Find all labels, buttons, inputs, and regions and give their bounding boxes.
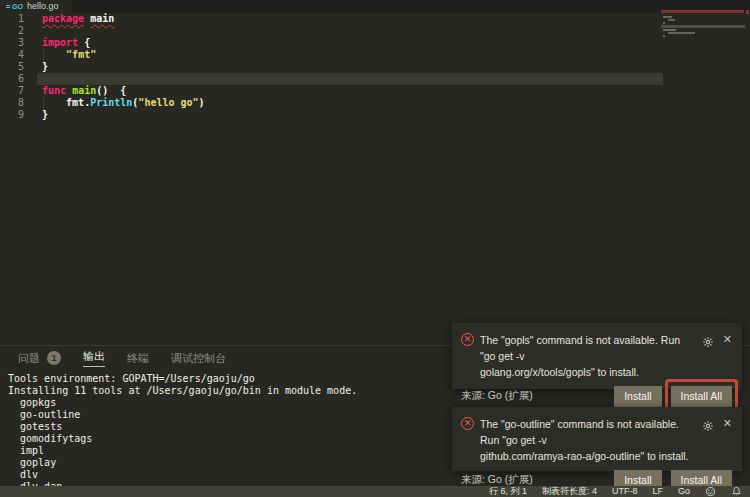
code-line[interactable]: 2 — [0, 25, 750, 37]
install-all-button[interactable]: Install All — [671, 386, 732, 407]
code-line[interactable]: 6 — [0, 73, 750, 85]
line-number: 3 — [0, 37, 37, 49]
notifications-bell-icon[interactable] — [731, 486, 742, 497]
code-line[interactable]: 1package main — [0, 13, 750, 25]
status-eol[interactable]: LF — [652, 486, 663, 497]
panel-tab-调试控制台[interactable]: 调试控制台 — [171, 346, 226, 370]
line-number: 8 — [0, 97, 37, 109]
panel-tab-label: 问题 — [18, 351, 40, 366]
problems-count-badge: 1 — [47, 351, 61, 365]
error-icon: ✕ — [461, 333, 474, 346]
minimap-line — [663, 35, 665, 37]
status-bar: 行 6, 列 1制表符长度: 4UTF-8LFGo — [0, 486, 750, 497]
minimap-line — [668, 19, 675, 21]
notification-toast: ✕The "go-outline" command is not availab… — [452, 407, 742, 471]
minimap-line — [663, 22, 665, 24]
panel-tab-终端[interactable]: 终端 — [127, 346, 149, 370]
line-number: 7 — [0, 85, 37, 97]
gear-icon[interactable] — [702, 334, 714, 352]
panel-tab-label: 终端 — [127, 351, 149, 366]
code-line[interactable]: 8 fmt.Println("hello go") — [0, 97, 750, 109]
minimap-line — [668, 32, 695, 34]
minimap[interactable] — [661, 9, 745, 119]
panel-tab-label: 调试控制台 — [171, 351, 226, 366]
gear-icon[interactable] — [702, 418, 714, 436]
install-button[interactable]: Install — [614, 386, 661, 407]
panel-tab-输出[interactable]: 输出 — [83, 346, 105, 370]
code-line[interactable]: 5} — [0, 61, 750, 73]
minimap-current-line — [661, 25, 745, 28]
notification-source: 来源: Go (扩展) — [461, 389, 614, 403]
code-lines: 1package main23import {4 "fmt"5}67func m… — [0, 13, 750, 121]
go-file-icon: GO — [6, 0, 23, 13]
code-line[interactable]: 9} — [0, 109, 750, 121]
notification-message: The "go-outline" command is not availabl… — [480, 416, 696, 464]
line-number: 1 — [0, 13, 37, 25]
error-icon: ✕ — [461, 417, 474, 430]
line-number: 6 — [0, 73, 37, 85]
status-cursor-position[interactable]: 行 6, 列 1 — [489, 486, 527, 497]
status-language-mode[interactable]: Go — [678, 486, 690, 497]
status-tab-size[interactable]: 制表符长度: 4 — [542, 486, 597, 497]
code-line[interactable]: 7func main() { — [0, 85, 750, 97]
code-editor[interactable]: 1package main23import {4 "fmt"5}67func m… — [0, 13, 750, 345]
notification-toast: ✕The "gopls" command is not available. R… — [452, 323, 742, 389]
code-line[interactable]: 4 "fmt" — [0, 49, 750, 61]
minimap-error-line — [661, 10, 744, 13]
minimap-line — [663, 16, 672, 18]
line-number: 2 — [0, 25, 37, 37]
close-icon[interactable]: ✕ — [723, 334, 732, 345]
tab-filename: hello.go — [27, 0, 59, 13]
line-number: 4 — [0, 49, 37, 61]
code-line[interactable]: 3import { — [0, 37, 750, 49]
status-encoding[interactable]: UTF-8 — [612, 486, 638, 497]
vscode-window: GO hello.go 1package main23import {4 "fm… — [0, 0, 750, 497]
tab-hello-go[interactable]: GO hello.go — [0, 0, 72, 13]
overview-ruler-error-mark — [746, 10, 749, 14]
editor-tab-bar: GO hello.go — [0, 0, 750, 13]
line-number: 9 — [0, 109, 37, 121]
minimap-line — [663, 29, 676, 31]
panel-tab-label: 输出 — [83, 349, 105, 367]
feedback-smiley-icon[interactable] — [705, 486, 716, 497]
panel-tab-问题[interactable]: 问题1 — [18, 346, 61, 370]
notification-message: The "gopls" command is not available. Ru… — [480, 332, 696, 380]
line-number: 5 — [0, 61, 37, 73]
annotation-highlight-box: Install All — [671, 386, 732, 407]
close-icon[interactable]: ✕ — [723, 418, 732, 429]
